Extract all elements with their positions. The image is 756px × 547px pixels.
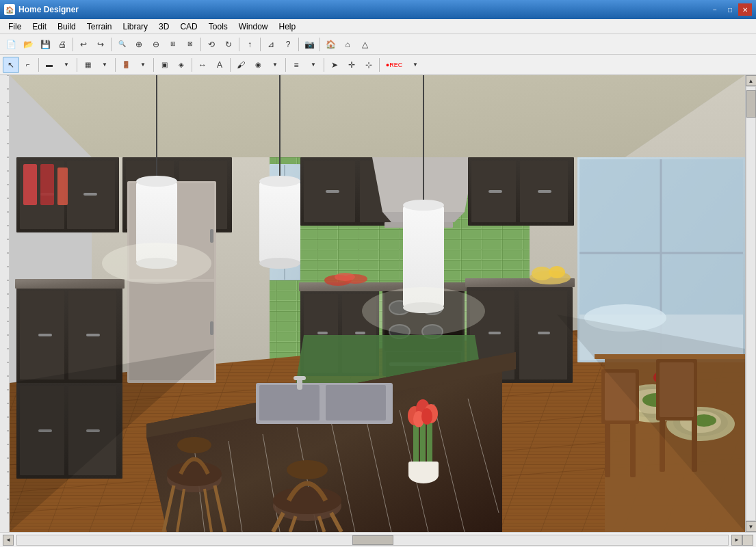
home-view-button[interactable]: 🏠 (322, 36, 339, 53)
print-button[interactable]: 🖨 (54, 36, 70, 53)
arrow-tool[interactable]: ➤ (326, 57, 343, 73)
zoom-fit-button[interactable]: ⊞ (165, 36, 181, 53)
separator (77, 58, 77, 72)
polyline-tool[interactable]: ⌐ (20, 57, 36, 73)
menu-terrain[interactable]: Terrain (81, 21, 118, 33)
scroll-corner (742, 535, 753, 546)
open-button[interactable]: 📂 (20, 36, 36, 53)
house-button[interactable]: ⌂ (339, 36, 356, 53)
paint-tool[interactable]: 🖌 (233, 57, 249, 73)
separator (285, 58, 286, 72)
toolbar-tools: ↖ ⌐ ▬ ▼ ▦ ▼ 🚪 ▼ ▣ ◈ ↔ A 🖌 ◉ ▼ ≡ ▼ ➤ ✛ ⊹ … (0, 55, 756, 75)
main-area: ▲ ▼ (0, 75, 756, 532)
svg-rect-120 (538, 190, 551, 193)
separator (324, 58, 324, 72)
title-bar: 🏠 Home Designer − □ ✕ (0, 0, 756, 19)
stairs-dropdown[interactable]: ▼ (305, 57, 322, 73)
scroll-left-arrow[interactable]: ◄ (3, 535, 14, 546)
scroll-right-arrow[interactable]: ► (731, 535, 742, 546)
svg-rect-159 (326, 385, 386, 421)
svg-rect-75 (210, 321, 213, 335)
undo-button[interactable]: ↩ (75, 36, 92, 53)
cabinet-tool[interactable]: ▣ (156, 57, 172, 73)
close-button[interactable]: ✕ (738, 3, 752, 16)
room-tool[interactable]: ▦ (79, 57, 96, 73)
svg-point-135 (102, 243, 211, 284)
fixture-tool[interactable]: ◈ (173, 57, 190, 73)
svg-rect-137 (259, 181, 300, 263)
scrollbar-vertical[interactable]: ▲ ▼ (745, 75, 756, 532)
select-tool[interactable]: ↖ (3, 57, 19, 73)
separator (260, 38, 261, 51)
orbit-button[interactable]: ↻ (220, 36, 237, 53)
pan-button[interactable]: ⟲ (203, 36, 220, 53)
separator (111, 38, 112, 51)
menu-tools[interactable]: Tools (203, 21, 233, 33)
rec-button[interactable]: ●REC (382, 57, 406, 73)
material-dropdown[interactable]: ▼ (267, 57, 283, 73)
svg-rect-57 (23, 164, 37, 205)
scrollbar-horizontal[interactable] (16, 535, 729, 546)
menu-library[interactable]: Library (117, 21, 153, 33)
text-tool[interactable]: A (211, 57, 228, 73)
zoom-out-button[interactable]: ⊖ (148, 36, 164, 53)
app-title: Home Designer (18, 5, 708, 14)
svg-rect-69 (86, 334, 100, 336)
scroll-up-arrow[interactable]: ▲ (746, 75, 757, 86)
zoom-100-button[interactable]: ⊠ (182, 36, 198, 53)
menu-build[interactable]: Build (52, 21, 81, 33)
roof-button[interactable]: △ (356, 36, 373, 53)
separator (200, 38, 201, 51)
svg-rect-84 (326, 190, 339, 193)
app-icon: 🏠 (4, 4, 15, 15)
dimension-tool[interactable]: ↔ (194, 57, 211, 73)
material-tool[interactable]: ◉ (250, 57, 266, 73)
svg-rect-125 (538, 332, 550, 334)
menu-window[interactable]: Window (233, 21, 274, 33)
zoom-in-button[interactable]: ⊕ (131, 36, 147, 53)
svg-point-138 (259, 176, 300, 187)
menu-file[interactable]: File (3, 21, 27, 33)
separator (230, 58, 231, 72)
menu-cad[interactable]: CAD (174, 21, 203, 33)
door-dropdown[interactable]: ▼ (135, 57, 151, 73)
minimize-button[interactable]: − (708, 3, 722, 16)
redo-button[interactable]: ↪ (92, 36, 109, 53)
room-dropdown[interactable]: ▼ (96, 57, 113, 73)
separator (239, 38, 239, 51)
scroll-thumb-horizontal[interactable] (352, 535, 393, 545)
maximize-button[interactable]: □ (723, 3, 737, 16)
wall-dropdown[interactable]: ▼ (58, 57, 75, 73)
zoom-realtime-button[interactable]: 🔍 (114, 36, 130, 53)
viewport-canvas[interactable] (10, 75, 745, 532)
menu-edit[interactable]: Edit (27, 21, 52, 33)
svg-rect-68 (38, 334, 52, 336)
svg-rect-205 (605, 423, 610, 477)
svg-rect-58 (40, 164, 54, 205)
scroll-down-arrow[interactable]: ▼ (746, 521, 757, 532)
wall-tool[interactable]: ▬ (41, 57, 57, 73)
toolbar-main: 📄 📂 💾 🖨 ↩ ↪ 🔍 ⊕ ⊖ ⊞ ⊠ ⟲ ↻ ↑ ⊿ ? 📷 🏠 ⌂ △ (0, 34, 756, 55)
svg-rect-166 (408, 462, 439, 475)
scroll-track-vertical[interactable] (746, 86, 756, 521)
menu-help[interactable]: Help (273, 21, 301, 33)
svg-rect-56 (83, 193, 97, 196)
elevation-button[interactable]: ↑ (242, 36, 258, 53)
svg-rect-206 (630, 423, 636, 477)
transform-tool[interactable]: ⊹ (361, 57, 377, 73)
separator (298, 38, 299, 51)
menu-bar: File Edit Build Terrain Library 3D CAD T… (0, 19, 756, 34)
menu-3d[interactable]: 3D (153, 21, 174, 33)
door-tool[interactable]: 🚪 (118, 57, 134, 73)
stairs-tool[interactable]: ≡ (288, 57, 304, 73)
scroll-thumb-vertical[interactable] (746, 90, 756, 118)
floor-up-button[interactable]: ⊿ (263, 36, 279, 53)
rec-dropdown[interactable]: ▼ (407, 57, 423, 73)
help-button[interactable]: ? (280, 36, 296, 53)
separator (115, 58, 116, 72)
save-button[interactable]: 💾 (37, 36, 53, 53)
separator (379, 58, 380, 72)
move-tool[interactable]: ✛ (343, 57, 360, 73)
new-button[interactable]: 📄 (3, 36, 19, 53)
camera-button[interactable]: 📷 (301, 36, 317, 53)
